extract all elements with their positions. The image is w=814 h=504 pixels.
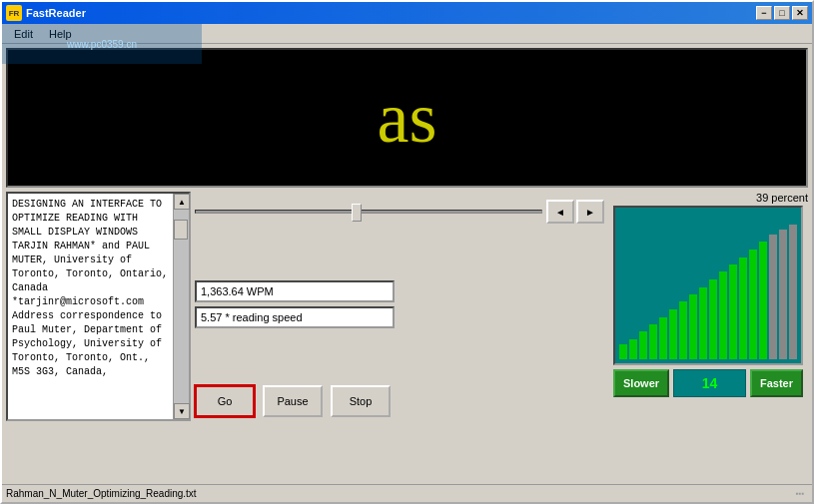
menu-bar: Edit Help: [2, 24, 812, 44]
chart-bar: [659, 317, 667, 359]
minimize-button[interactable]: −: [756, 6, 772, 20]
speed-formula-field[interactable]: [195, 306, 395, 328]
percent-label: 39 percent: [756, 192, 808, 204]
wpm-inputs: [195, 280, 604, 328]
window-title: FastReader: [26, 7, 86, 19]
close-button[interactable]: ✕: [792, 6, 808, 20]
reading-word: as: [378, 77, 437, 160]
chart-bar: [769, 235, 777, 359]
chart-bar: [629, 339, 637, 359]
chart-bar: [619, 344, 627, 359]
nav-next-button[interactable]: ►: [576, 200, 604, 224]
chart-bar: [729, 264, 737, 359]
maximize-button[interactable]: □: [774, 6, 790, 20]
wpm-field[interactable]: [195, 280, 395, 302]
main-area: as DESIGNING AN INTERFACE TO OPTIMIZE RE…: [2, 44, 812, 425]
text-panel: DESIGNING AN INTERFACE TO OPTIMIZE READI…: [6, 192, 191, 421]
chart-area: [613, 206, 803, 365]
chart-bar: [779, 230, 787, 359]
chart-bar: [719, 271, 727, 359]
app-icon: FR: [6, 5, 22, 21]
slider-area: ◄ ►: [195, 196, 604, 228]
chart-bar: [789, 225, 797, 359]
scroll-up-button[interactable]: ▲: [174, 194, 190, 210]
resize-grip: ▪▪▪: [792, 486, 808, 502]
slower-button[interactable]: Slower: [613, 369, 669, 397]
chart-controls: Slower 14 Faster: [613, 369, 803, 397]
text-scrollbar: ▲ ▼: [173, 194, 189, 419]
reading-display: as: [6, 48, 808, 188]
chart-bar: [739, 257, 747, 359]
menu-edit[interactable]: Edit: [6, 26, 41, 42]
middle-controls: ◄ ► Go Pause Stop: [195, 192, 604, 421]
chart-bar: [649, 324, 657, 359]
chart-bar: [679, 301, 687, 359]
status-filename: Rahman_N_Muter_Optimizing_Reading.txt: [6, 488, 792, 499]
title-bar-buttons: − □ ✕: [756, 6, 808, 20]
nav-prev-button[interactable]: ◄: [546, 200, 574, 224]
speed-number: 14: [673, 369, 746, 397]
chart-bar: [639, 331, 647, 359]
chart-bar: [749, 250, 757, 359]
title-bar: FR FastReader − □ ✕: [2, 2, 812, 24]
chart-bar: [699, 287, 707, 359]
title-bar-left: FR FastReader: [6, 5, 86, 21]
position-slider-thumb[interactable]: [352, 204, 362, 222]
menu-help[interactable]: Help: [41, 26, 80, 42]
scroll-track[interactable]: [174, 210, 189, 403]
go-button[interactable]: Go: [195, 385, 255, 417]
position-slider-track[interactable]: [195, 210, 542, 214]
chart-bar: [669, 309, 677, 359]
scroll-down-button[interactable]: ▼: [174, 403, 190, 419]
chart-bar: [689, 294, 697, 359]
main-window: FR FastReader − □ ✕ Edit Help www.pc0359…: [0, 0, 814, 504]
status-bar: Rahman_N_Muter_Optimizing_Reading.txt ▪▪…: [2, 484, 812, 502]
chart-bar: [759, 242, 767, 359]
chart-bar: [709, 279, 717, 359]
pause-button[interactable]: Pause: [263, 385, 323, 417]
speed-chart: 39 percent Slower 14 Faster: [608, 192, 808, 421]
text-content: DESIGNING AN INTERFACE TO OPTIMIZE READI…: [8, 194, 189, 419]
stop-button[interactable]: Stop: [331, 385, 391, 417]
scroll-thumb[interactable]: [174, 220, 188, 240]
nav-buttons: ◄ ►: [546, 200, 604, 224]
controls-area: DESIGNING AN INTERFACE TO OPTIMIZE READI…: [6, 192, 808, 421]
faster-button[interactable]: Faster: [750, 369, 803, 397]
action-buttons: Go Pause Stop: [195, 385, 604, 417]
